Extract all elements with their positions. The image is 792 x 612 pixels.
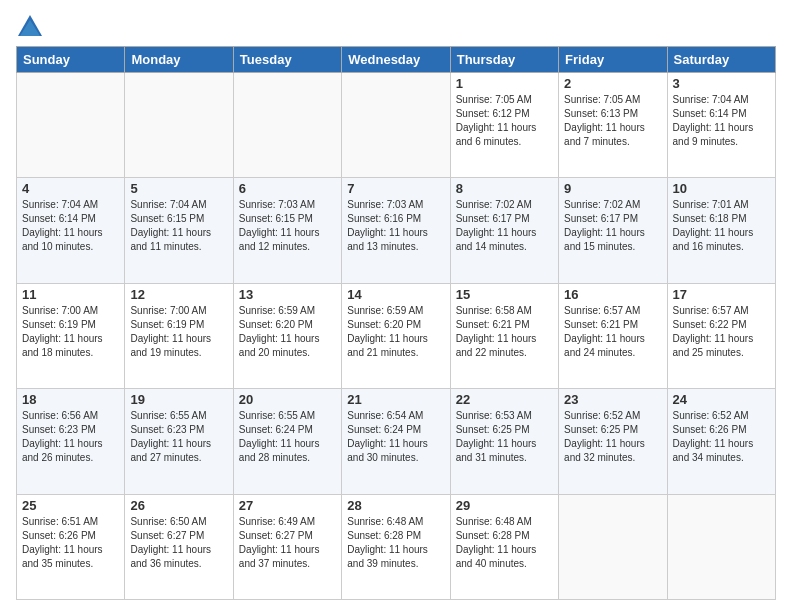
calendar-cell: [342, 73, 450, 178]
weekday-header-monday: Monday: [125, 47, 233, 73]
calendar-week-1: 1Sunrise: 7:05 AMSunset: 6:12 PMDaylight…: [17, 73, 776, 178]
day-info: Sunrise: 6:48 AMSunset: 6:28 PMDaylight:…: [347, 515, 444, 571]
calendar-header-row: SundayMondayTuesdayWednesdayThursdayFrid…: [17, 47, 776, 73]
day-number: 14: [347, 287, 444, 302]
calendar-cell: 2Sunrise: 7:05 AMSunset: 6:13 PMDaylight…: [559, 73, 667, 178]
day-number: 29: [456, 498, 553, 513]
calendar-cell: 16Sunrise: 6:57 AMSunset: 6:21 PMDayligh…: [559, 283, 667, 388]
calendar-cell: [233, 73, 341, 178]
day-info: Sunrise: 6:52 AMSunset: 6:26 PMDaylight:…: [673, 409, 770, 465]
day-number: 18: [22, 392, 119, 407]
day-number: 23: [564, 392, 661, 407]
calendar-cell: 10Sunrise: 7:01 AMSunset: 6:18 PMDayligh…: [667, 178, 775, 283]
day-number: 26: [130, 498, 227, 513]
calendar-cell: 9Sunrise: 7:02 AMSunset: 6:17 PMDaylight…: [559, 178, 667, 283]
day-info: Sunrise: 6:55 AMSunset: 6:24 PMDaylight:…: [239, 409, 336, 465]
day-info: Sunrise: 6:54 AMSunset: 6:24 PMDaylight:…: [347, 409, 444, 465]
calendar-cell: 27Sunrise: 6:49 AMSunset: 6:27 PMDayligh…: [233, 494, 341, 599]
day-number: 13: [239, 287, 336, 302]
calendar-cell: 25Sunrise: 6:51 AMSunset: 6:26 PMDayligh…: [17, 494, 125, 599]
day-number: 17: [673, 287, 770, 302]
day-number: 9: [564, 181, 661, 196]
day-info: Sunrise: 7:04 AMSunset: 6:15 PMDaylight:…: [130, 198, 227, 254]
day-info: Sunrise: 6:52 AMSunset: 6:25 PMDaylight:…: [564, 409, 661, 465]
day-number: 16: [564, 287, 661, 302]
calendar-cell: [125, 73, 233, 178]
calendar-body: 1Sunrise: 7:05 AMSunset: 6:12 PMDaylight…: [17, 73, 776, 600]
day-info: Sunrise: 7:01 AMSunset: 6:18 PMDaylight:…: [673, 198, 770, 254]
weekday-header-saturday: Saturday: [667, 47, 775, 73]
weekday-header-friday: Friday: [559, 47, 667, 73]
day-number: 28: [347, 498, 444, 513]
calendar-cell: 23Sunrise: 6:52 AMSunset: 6:25 PMDayligh…: [559, 389, 667, 494]
day-number: 24: [673, 392, 770, 407]
calendar: SundayMondayTuesdayWednesdayThursdayFrid…: [16, 46, 776, 600]
calendar-week-4: 18Sunrise: 6:56 AMSunset: 6:23 PMDayligh…: [17, 389, 776, 494]
day-number: 20: [239, 392, 336, 407]
day-info: Sunrise: 6:50 AMSunset: 6:27 PMDaylight:…: [130, 515, 227, 571]
calendar-cell: 1Sunrise: 7:05 AMSunset: 6:12 PMDaylight…: [450, 73, 558, 178]
calendar-week-5: 25Sunrise: 6:51 AMSunset: 6:26 PMDayligh…: [17, 494, 776, 599]
day-info: Sunrise: 7:05 AMSunset: 6:12 PMDaylight:…: [456, 93, 553, 149]
calendar-cell: 28Sunrise: 6:48 AMSunset: 6:28 PMDayligh…: [342, 494, 450, 599]
day-number: 27: [239, 498, 336, 513]
day-number: 12: [130, 287, 227, 302]
day-info: Sunrise: 7:04 AMSunset: 6:14 PMDaylight:…: [673, 93, 770, 149]
calendar-cell: 7Sunrise: 7:03 AMSunset: 6:16 PMDaylight…: [342, 178, 450, 283]
calendar-cell: 12Sunrise: 7:00 AMSunset: 6:19 PMDayligh…: [125, 283, 233, 388]
calendar-cell: 4Sunrise: 7:04 AMSunset: 6:14 PMDaylight…: [17, 178, 125, 283]
day-number: 10: [673, 181, 770, 196]
day-number: 6: [239, 181, 336, 196]
weekday-header-thursday: Thursday: [450, 47, 558, 73]
calendar-cell: 6Sunrise: 7:03 AMSunset: 6:15 PMDaylight…: [233, 178, 341, 283]
day-number: 15: [456, 287, 553, 302]
day-number: 4: [22, 181, 119, 196]
day-number: 5: [130, 181, 227, 196]
calendar-cell: 8Sunrise: 7:02 AMSunset: 6:17 PMDaylight…: [450, 178, 558, 283]
page: SundayMondayTuesdayWednesdayThursdayFrid…: [0, 0, 792, 612]
weekday-header-tuesday: Tuesday: [233, 47, 341, 73]
calendar-cell: 13Sunrise: 6:59 AMSunset: 6:20 PMDayligh…: [233, 283, 341, 388]
day-info: Sunrise: 6:56 AMSunset: 6:23 PMDaylight:…: [22, 409, 119, 465]
calendar-cell: [559, 494, 667, 599]
day-number: 11: [22, 287, 119, 302]
calendar-cell: [667, 494, 775, 599]
day-info: Sunrise: 6:58 AMSunset: 6:21 PMDaylight:…: [456, 304, 553, 360]
day-number: 25: [22, 498, 119, 513]
day-number: 22: [456, 392, 553, 407]
day-number: 2: [564, 76, 661, 91]
day-info: Sunrise: 6:49 AMSunset: 6:27 PMDaylight:…: [239, 515, 336, 571]
day-info: Sunrise: 6:57 AMSunset: 6:22 PMDaylight:…: [673, 304, 770, 360]
day-info: Sunrise: 7:03 AMSunset: 6:16 PMDaylight:…: [347, 198, 444, 254]
day-info: Sunrise: 6:55 AMSunset: 6:23 PMDaylight:…: [130, 409, 227, 465]
calendar-cell: 18Sunrise: 6:56 AMSunset: 6:23 PMDayligh…: [17, 389, 125, 494]
day-number: 7: [347, 181, 444, 196]
day-number: 1: [456, 76, 553, 91]
calendar-cell: 19Sunrise: 6:55 AMSunset: 6:23 PMDayligh…: [125, 389, 233, 494]
calendar-cell: 29Sunrise: 6:48 AMSunset: 6:28 PMDayligh…: [450, 494, 558, 599]
calendar-week-3: 11Sunrise: 7:00 AMSunset: 6:19 PMDayligh…: [17, 283, 776, 388]
day-info: Sunrise: 6:51 AMSunset: 6:26 PMDaylight:…: [22, 515, 119, 571]
day-info: Sunrise: 6:59 AMSunset: 6:20 PMDaylight:…: [347, 304, 444, 360]
header: [16, 12, 776, 40]
calendar-cell: 15Sunrise: 6:58 AMSunset: 6:21 PMDayligh…: [450, 283, 558, 388]
day-info: Sunrise: 6:57 AMSunset: 6:21 PMDaylight:…: [564, 304, 661, 360]
weekday-header-sunday: Sunday: [17, 47, 125, 73]
calendar-cell: 14Sunrise: 6:59 AMSunset: 6:20 PMDayligh…: [342, 283, 450, 388]
day-info: Sunrise: 7:03 AMSunset: 6:15 PMDaylight:…: [239, 198, 336, 254]
day-number: 19: [130, 392, 227, 407]
day-number: 21: [347, 392, 444, 407]
day-number: 8: [456, 181, 553, 196]
day-info: Sunrise: 6:48 AMSunset: 6:28 PMDaylight:…: [456, 515, 553, 571]
logo-icon: [16, 12, 44, 40]
calendar-cell: 22Sunrise: 6:53 AMSunset: 6:25 PMDayligh…: [450, 389, 558, 494]
calendar-cell: 5Sunrise: 7:04 AMSunset: 6:15 PMDaylight…: [125, 178, 233, 283]
weekday-header-wednesday: Wednesday: [342, 47, 450, 73]
calendar-cell: 20Sunrise: 6:55 AMSunset: 6:24 PMDayligh…: [233, 389, 341, 494]
calendar-cell: 11Sunrise: 7:00 AMSunset: 6:19 PMDayligh…: [17, 283, 125, 388]
logo: [16, 12, 48, 40]
calendar-cell: 21Sunrise: 6:54 AMSunset: 6:24 PMDayligh…: [342, 389, 450, 494]
calendar-cell: 3Sunrise: 7:04 AMSunset: 6:14 PMDaylight…: [667, 73, 775, 178]
day-info: Sunrise: 7:02 AMSunset: 6:17 PMDaylight:…: [456, 198, 553, 254]
day-info: Sunrise: 6:59 AMSunset: 6:20 PMDaylight:…: [239, 304, 336, 360]
